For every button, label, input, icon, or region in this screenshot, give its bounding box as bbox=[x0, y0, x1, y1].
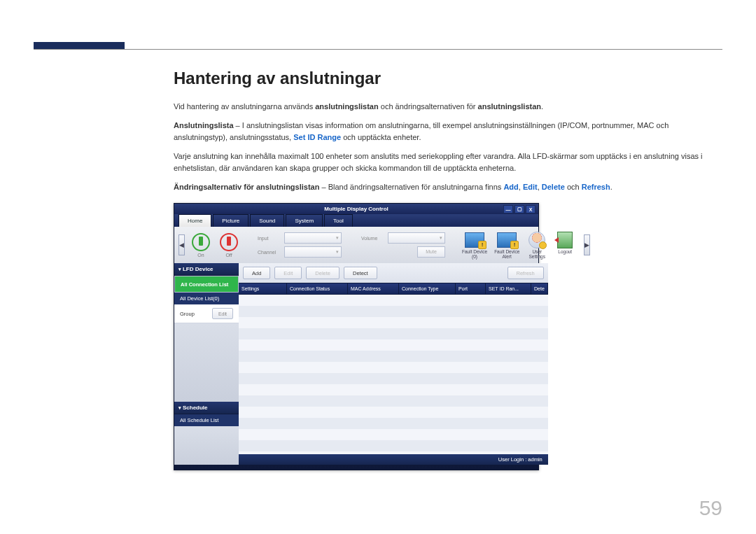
sidebar-section-lfd[interactable]: LFD Device bbox=[174, 263, 239, 276]
mute-button[interactable]: Mute bbox=[417, 246, 445, 258]
col-port[interactable]: Port bbox=[456, 283, 486, 294]
term-refresh: Refresh bbox=[582, 183, 610, 191]
text: . bbox=[541, 102, 543, 111]
sidebar: LFD Device All Connection List All Devic… bbox=[174, 263, 239, 465]
main-panel: Add Edit Delete Detect Refresh Settings … bbox=[239, 263, 548, 465]
term-connection-list: Anslutningslista bbox=[174, 121, 234, 129]
tab-bar: Home Picture Sound System Tool bbox=[174, 214, 538, 227]
refresh-button[interactable]: Refresh bbox=[507, 267, 544, 279]
document-content: Hantering av anslutningar Vid hantering … bbox=[174, 69, 722, 470]
window-controls: — ▢ X bbox=[503, 205, 536, 213]
paragraph-1: Vid hantering av anslutningarna används … bbox=[174, 101, 722, 113]
fault-device-button[interactable]: Fault Device (0) bbox=[462, 232, 487, 259]
power-off-icon bbox=[220, 233, 238, 251]
status-icons: Fault Device (0) Fault Device Alert User… bbox=[462, 232, 575, 259]
paragraph-3: Varje anslutning kan innehålla maximalt … bbox=[174, 150, 722, 174]
table-header: Settings Connection Status MAC Address C… bbox=[239, 283, 548, 295]
fault-device-icon bbox=[465, 232, 484, 248]
page-title: Hantering av anslutningar bbox=[174, 69, 722, 88]
add-button[interactable]: Add bbox=[243, 267, 270, 279]
ribbon-toolbar: ◀ On Off Input ▾ Channel ▾ bbox=[174, 227, 538, 263]
col-detected[interactable]: Dete bbox=[531, 283, 548, 294]
text: – I anslutningslistan visas information … bbox=[174, 121, 668, 141]
app-titlebar: Multiple Display Control — ▢ X bbox=[174, 204, 538, 214]
sidebar-item-all-device[interactable]: All Device List(0) bbox=[174, 293, 239, 304]
app-title-text: Multiple Display Control bbox=[324, 206, 388, 212]
nav-next-button[interactable]: ▶ bbox=[584, 234, 590, 255]
sidebar-group-row: Group Edit bbox=[174, 304, 239, 323]
input-label: Input bbox=[258, 236, 281, 241]
input-channel-group: Input ▾ Channel ▾ bbox=[258, 232, 342, 258]
fault-device-label: Fault Device (0) bbox=[462, 249, 487, 259]
fault-alert-icon bbox=[497, 232, 517, 248]
user-settings-label: User Settings bbox=[526, 249, 547, 259]
text: – Bland ändringsalternativen för anslutn… bbox=[319, 183, 503, 191]
text: och ändringsalternativen för bbox=[379, 102, 478, 111]
status-bar: User Login : admin bbox=[239, 454, 548, 465]
sidebar-blank bbox=[174, 323, 239, 401]
sidebar-section-schedule[interactable]: Schedule bbox=[174, 402, 239, 414]
term-mod-options: Ändringsalternativ för anslutningslistan bbox=[174, 183, 319, 191]
col-settings[interactable]: Settings bbox=[239, 283, 287, 294]
tab-home[interactable]: Home bbox=[178, 214, 211, 227]
group-edit-button[interactable]: Edit bbox=[212, 308, 233, 319]
text: och bbox=[565, 183, 582, 191]
channel-select[interactable]: ▾ bbox=[284, 246, 342, 258]
text: och upptäckta enheter. bbox=[341, 133, 421, 141]
tab-sound[interactable]: Sound bbox=[250, 214, 284, 227]
edit-button[interactable]: Edit bbox=[274, 267, 302, 279]
col-connection-status[interactable]: Connection Status bbox=[287, 283, 348, 294]
chevron-down-icon: ▾ bbox=[336, 235, 339, 241]
term-connection-list: anslutningslistan bbox=[478, 102, 541, 111]
text: Vid hantering av anslutningarna används bbox=[174, 102, 315, 111]
term-set-id-range: Set ID Range bbox=[293, 133, 341, 141]
user-settings-button[interactable]: User Settings bbox=[526, 232, 547, 259]
text: . bbox=[610, 183, 612, 191]
logout-icon bbox=[557, 232, 573, 248]
term-edit: Edit bbox=[523, 183, 538, 191]
app-body: LFD Device All Connection List All Devic… bbox=[174, 263, 538, 465]
channel-label: Channel bbox=[258, 250, 281, 255]
logout-label: Logout bbox=[558, 249, 572, 254]
term-delete: Delete bbox=[542, 183, 565, 191]
sidebar-blank bbox=[174, 426, 239, 465]
chevron-down-icon: ▾ bbox=[336, 249, 339, 255]
volume-select[interactable]: ▾ bbox=[388, 232, 445, 244]
power-off-button[interactable]: Off bbox=[220, 233, 238, 258]
detect-button[interactable]: Detect bbox=[344, 267, 377, 279]
sidebar-item-all-connection[interactable]: All Connection List bbox=[174, 276, 239, 293]
paragraph-2: Anslutningslista – I anslutningslistan v… bbox=[174, 120, 722, 143]
fault-alert-label: Fault Device Alert bbox=[494, 249, 519, 259]
nav-prev-button[interactable]: ◀ bbox=[178, 234, 185, 255]
power-on-label: On bbox=[197, 253, 204, 258]
app-window: Multiple Display Control — ▢ X Home Pict… bbox=[174, 203, 539, 470]
volume-group: Volume ▾ Mute bbox=[361, 232, 445, 258]
tab-tool[interactable]: Tool bbox=[324, 214, 353, 227]
col-mac-address[interactable]: MAC Address bbox=[348, 283, 399, 294]
minimize-button[interactable]: — bbox=[503, 205, 513, 213]
sidebar-item-all-schedule[interactable]: All Schedule List bbox=[174, 414, 239, 426]
group-label: Group bbox=[180, 311, 195, 317]
tab-system[interactable]: System bbox=[286, 214, 323, 227]
logout-button[interactable]: Logout bbox=[554, 232, 575, 259]
col-set-id-range[interactable]: SET ID Ran... bbox=[486, 283, 531, 294]
delete-button[interactable]: Delete bbox=[306, 267, 340, 279]
action-bar: Add Edit Delete Detect Refresh bbox=[239, 263, 548, 283]
close-button[interactable]: X bbox=[526, 205, 536, 213]
paragraph-4: Ändringsalternativ för anslutningslistan… bbox=[174, 181, 722, 193]
user-settings-icon bbox=[528, 232, 545, 248]
chevron-down-icon: ▾ bbox=[440, 235, 442, 241]
power-on-button[interactable]: On bbox=[192, 233, 210, 258]
fault-alert-button[interactable]: Fault Device Alert bbox=[494, 232, 519, 259]
power-off-label: Off bbox=[225, 253, 232, 258]
page-number: 59 bbox=[699, 496, 722, 520]
term-add: Add bbox=[503, 183, 518, 191]
volume-label: Volume bbox=[361, 236, 385, 241]
input-select[interactable]: ▾ bbox=[284, 232, 342, 244]
maximize-button[interactable]: ▢ bbox=[514, 205, 524, 213]
power-on-icon bbox=[192, 233, 210, 251]
col-connection-type[interactable]: Connection Type bbox=[399, 283, 456, 294]
header-rule bbox=[34, 49, 722, 50]
tab-picture[interactable]: Picture bbox=[213, 214, 248, 227]
table-body-empty bbox=[239, 295, 548, 454]
